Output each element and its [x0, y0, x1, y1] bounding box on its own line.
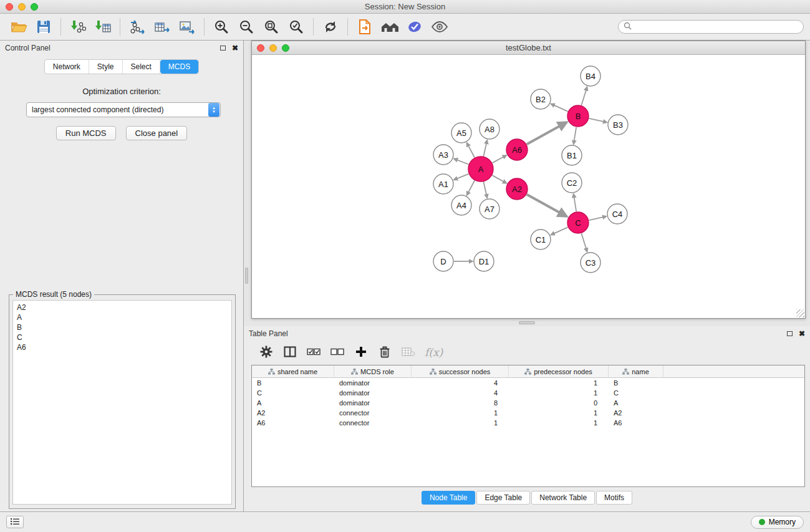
graph-edge-B-B3[interactable]: [589, 118, 607, 122]
graph-node-A2[interactable]: A2: [506, 178, 528, 200]
close-window-button[interactable]: [6, 3, 13, 11]
zoom-in-button[interactable]: [209, 16, 234, 38]
table-cell[interactable]: 1: [509, 408, 609, 418]
delete-table-button[interactable]: [398, 343, 418, 362]
network-zoom-button[interactable]: [282, 44, 289, 52]
table-cell[interactable]: 8: [412, 398, 509, 408]
task-history-button[interactable]: [6, 516, 24, 528]
graph-node-C2[interactable]: C2: [562, 173, 582, 193]
graph-edge-B-B1[interactable]: [574, 127, 576, 144]
table-cell[interactable]: 1: [412, 418, 509, 428]
mcds-result-item[interactable]: A2: [13, 302, 231, 312]
graph-edge-A-A5[interactable]: [467, 143, 475, 158]
ndex-home-button[interactable]: [377, 16, 402, 38]
graph-edge-A-A8[interactable]: [484, 140, 488, 157]
export-table-button[interactable]: [150, 16, 175, 38]
table-cell[interactable]: A2: [252, 408, 334, 418]
table-cell[interactable]: B: [252, 378, 334, 388]
tab-mcds[interactable]: MCDS: [160, 60, 198, 74]
graph-node-A[interactable]: A: [468, 157, 493, 181]
horizontal-splitter[interactable]: [244, 319, 810, 326]
mcds-result-item[interactable]: B: [13, 322, 231, 332]
export-network-button[interactable]: [125, 16, 150, 38]
memory-button[interactable]: Memory: [751, 516, 804, 529]
graph-edge-C-C1[interactable]: [551, 227, 567, 235]
table-row[interactable]: A2connector11A2: [252, 408, 804, 418]
export-image-button[interactable]: [175, 16, 200, 38]
graph-node-A8[interactable]: A8: [480, 119, 499, 139]
tab-network[interactable]: Network: [45, 60, 89, 74]
column-header-MCDS-role[interactable]: MCDS role: [334, 365, 412, 378]
zoom-selected-button[interactable]: [284, 16, 309, 38]
function-builder-button[interactable]: f(x): [425, 346, 443, 359]
search-input[interactable]: [635, 22, 798, 31]
tab-motifs[interactable]: Motifs: [596, 491, 632, 505]
table-row[interactable]: Adominator80A: [252, 398, 804, 408]
tab-edge-table[interactable]: Edge Table: [476, 491, 530, 505]
close-table-panel-icon[interactable]: ✖: [799, 329, 805, 338]
toggle-visibility-button[interactable]: [427, 16, 452, 38]
graph-node-A5[interactable]: A5: [451, 123, 471, 143]
graph-edge-C-C4[interactable]: [589, 216, 607, 220]
tab-network-table[interactable]: Network Table: [531, 491, 595, 505]
create-column-button[interactable]: [351, 343, 371, 362]
close-panel-icon[interactable]: ✖: [232, 44, 238, 52]
graph-node-B1[interactable]: B1: [562, 145, 582, 165]
mcds-result-item[interactable]: A: [13, 312, 231, 322]
column-header-predecessor-nodes[interactable]: predecessor nodes: [509, 365, 609, 378]
table-cell[interactable]: 4: [412, 388, 509, 398]
vertical-splitter-handle[interactable]: [245, 268, 248, 284]
graph-node-A3[interactable]: A3: [433, 145, 453, 165]
table-cell[interactable]: C: [609, 388, 663, 398]
zoom-window-button[interactable]: [31, 3, 38, 11]
graph-edge-B-B4[interactable]: [581, 87, 587, 105]
table-row[interactable]: Cdominator41C: [252, 388, 804, 398]
minimize-window-button[interactable]: [18, 3, 26, 11]
mcds-result-list[interactable]: A2ABCA6: [12, 300, 232, 505]
graph-node-D[interactable]: D: [433, 251, 453, 271]
network-close-button[interactable]: [257, 44, 264, 52]
table-cell[interactable]: dominator: [334, 378, 412, 388]
graph-node-A4[interactable]: A4: [451, 195, 471, 215]
table-cell[interactable]: A6: [252, 418, 334, 428]
graph-edge-C-C2[interactable]: [574, 194, 576, 211]
table-cell[interactable]: dominator: [334, 398, 412, 408]
graph-node-A7[interactable]: A7: [480, 199, 499, 219]
apply-layout-button[interactable]: [318, 16, 343, 38]
mcds-result-item[interactable]: C: [13, 332, 231, 342]
graph-node-B3[interactable]: B3: [608, 115, 628, 135]
network-graph[interactable]: B4B2BB3A5A8A6A3B1AC2A1A2A4A7C4CC1C3DD1: [252, 55, 804, 317]
close-panel-button[interactable]: Close panel: [126, 126, 188, 140]
horizontal-splitter-handle[interactable]: [519, 321, 535, 324]
table-cell[interactable]: 1: [509, 418, 609, 428]
import-network-button[interactable]: [65, 16, 90, 38]
column-header-shared-name[interactable]: shared name: [252, 365, 334, 378]
mcds-result-item[interactable]: A6: [13, 342, 231, 352]
select-all-columns-button[interactable]: [304, 343, 324, 362]
show-columns-button[interactable]: [280, 343, 300, 362]
open-session-button[interactable]: [6, 16, 31, 38]
graph-node-D1[interactable]: D1: [474, 251, 494, 271]
graph-edge-A-A3[interactable]: [454, 158, 469, 164]
table-cell[interactable]: 4: [412, 378, 509, 388]
table-cell[interactable]: C: [252, 388, 334, 398]
graph-edge-A-A2[interactable]: [492, 175, 506, 183]
graph-node-B2[interactable]: B2: [531, 89, 551, 109]
float-panel-icon[interactable]: [220, 46, 226, 51]
table-cell[interactable]: 1: [412, 408, 509, 418]
graph-edge-A-A7[interactable]: [484, 182, 488, 198]
graph-edge-A6-B[interactable]: [527, 122, 567, 144]
table-cell[interactable]: A6: [609, 418, 663, 428]
graph-edge-A-A6[interactable]: [493, 155, 507, 163]
column-header-successor-nodes[interactable]: successor nodes: [412, 365, 509, 378]
save-session-button[interactable]: [31, 16, 56, 38]
table-cell[interactable]: dominator: [334, 388, 412, 398]
table-cell[interactable]: A2: [609, 408, 663, 418]
network-minimize-button[interactable]: [269, 44, 277, 52]
graph-node-C3[interactable]: C3: [581, 253, 600, 273]
tab-select[interactable]: Select: [123, 60, 160, 74]
table-cell[interactable]: connector: [334, 418, 412, 428]
delete-column-button[interactable]: [375, 343, 395, 362]
graph-edge-C-C3[interactable]: [581, 233, 587, 252]
float-table-panel-icon[interactable]: [787, 331, 793, 336]
